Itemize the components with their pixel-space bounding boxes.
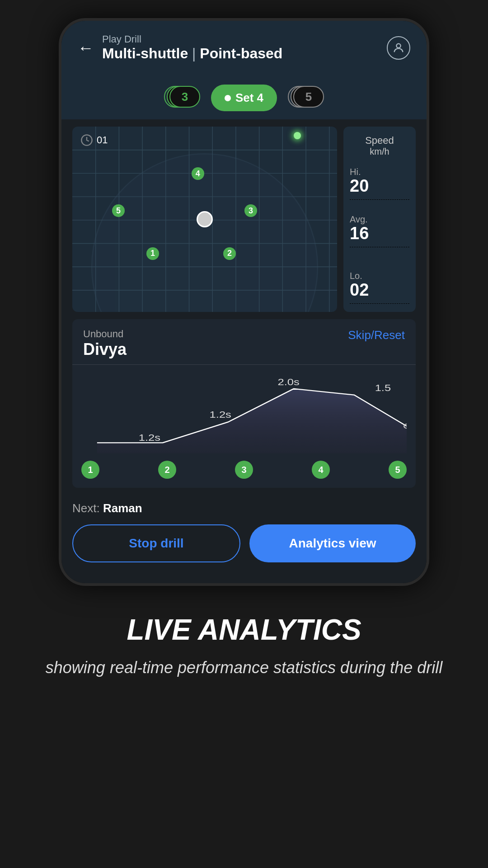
analytics-view-button[interactable]: Analytics view — [249, 524, 416, 562]
speed-title: Speed — [350, 135, 409, 146]
next-player-name: Raman — [103, 501, 142, 515]
shuttle-3: 3 — [244, 204, 257, 217]
player-name: Divya — [83, 340, 127, 359]
svg-text:1.2s: 1.2s — [210, 410, 231, 420]
phone-shell: ← Play Drill Multi-shuttle | Point-based — [59, 18, 429, 586]
svg-text:2.0s: 2.0s — [278, 377, 300, 387]
shuttle-4: 4 — [192, 167, 204, 180]
chart-area: 1.2s 1.2s 2.0s 1.5 — [72, 365, 416, 455]
target-glow — [294, 132, 301, 139]
set-markers-row: 1 2 3 4 5 — [72, 455, 416, 488]
header: ← Play Drill Multi-shuttle | Point-based — [61, 21, 427, 72]
main-content: 01 1 2 3 4 5 Speed km/h Hi. 20 — [61, 119, 427, 583]
back-button[interactable]: ← — [78, 38, 94, 57]
skip-reset-button[interactable]: Skip/Reset — [348, 328, 405, 342]
set4-button[interactable]: Set 4 — [211, 85, 277, 111]
set3-button[interactable]: 3 — [164, 85, 200, 109]
svg-text:1.2s: 1.2s — [139, 432, 160, 443]
speed-panel: Speed km/h Hi. 20 Avg. 16 Lo. 02 — [343, 127, 416, 312]
bottom-heading: LIVE ANALYTICS — [46, 613, 442, 646]
profile-icon[interactable] — [387, 36, 410, 60]
speed-hi-row: Hi. 20 — [350, 161, 409, 200]
shuttle-2: 2 — [223, 247, 236, 260]
court-visualization: 01 1 2 3 4 5 — [72, 127, 337, 312]
set5-button[interactable]: 5 — [288, 85, 324, 109]
svg-point-23 — [92, 154, 318, 312]
set-marker-5: 5 — [389, 461, 407, 479]
drill-title: Multi-shuttle | Point-based — [102, 45, 282, 62]
court-speed-row: 01 1 2 3 4 5 Speed km/h Hi. 20 — [72, 127, 416, 312]
set-marker-3: 3 — [235, 461, 253, 479]
bottom-section: LIVE ANALYTICS showing real-time perform… — [9, 586, 479, 716]
bottom-buttons: Stop drill Analytics view — [72, 524, 416, 576]
shuttle-1: 1 — [146, 247, 159, 260]
unbound-label: Unbound — [83, 328, 127, 340]
set-marker-4: 4 — [312, 461, 330, 479]
next-player: Next: Raman — [72, 495, 416, 524]
svg-text:1.5: 1.5 — [375, 383, 391, 393]
shuttle-5: 5 — [112, 204, 125, 217]
speed-lo-row: Lo. 02 — [350, 265, 409, 304]
player-section: Unbound Divya Skip/Reset — [72, 319, 416, 488]
player-header: Unbound Divya Skip/Reset — [72, 319, 416, 364]
player-dot — [197, 211, 213, 227]
stop-drill-button[interactable]: Stop drill — [72, 524, 240, 562]
bottom-subtext: showing real-time performance statistics… — [46, 656, 442, 680]
speed-unit: km/h — [350, 146, 409, 157]
set-selector: 3 Set 4 5 — [61, 72, 427, 119]
svg-point-0 — [396, 43, 400, 47]
speed-avg-row: Avg. 16 — [350, 209, 409, 247]
set-marker-1: 1 — [81, 461, 99, 479]
court-label: 01 — [80, 134, 108, 146]
breadcrumb: Play Drill — [102, 33, 282, 45]
performance-chart: 1.2s 1.2s 2.0s 1.5 — [81, 372, 407, 455]
set-marker-2: 2 — [158, 461, 176, 479]
